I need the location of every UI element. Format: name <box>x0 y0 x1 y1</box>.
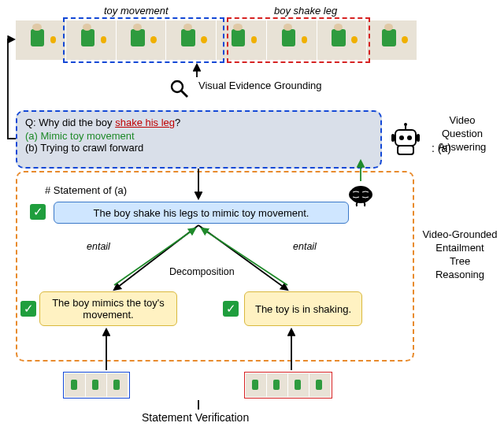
svg-line-18 <box>114 228 195 285</box>
svg-line-19 <box>202 228 287 285</box>
arrow-overlay <box>0 0 504 445</box>
